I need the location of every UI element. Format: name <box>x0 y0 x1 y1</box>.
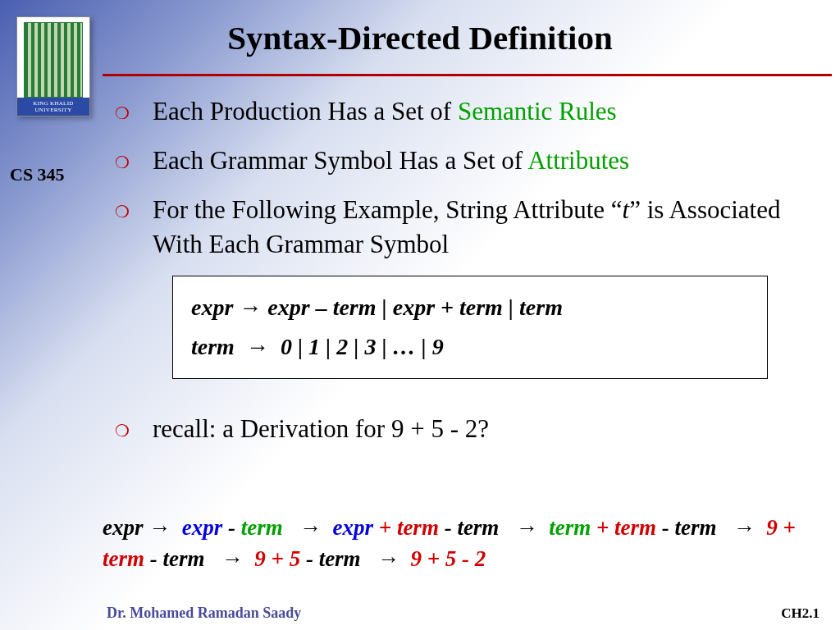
grammar-box: expr → expr – term | expr + term | term … <box>172 276 768 378</box>
bullet-4: ❍ recall: a Derivation for 9 + 5 - 2? <box>115 412 828 446</box>
bullet-text: Each Grammar Symbol Has a Set of Attribu… <box>153 144 629 178</box>
logo-text: KING KHALID UNIVERSITY <box>17 98 89 116</box>
bullet-1: ❍ Each Production Has a Set of Semantic … <box>115 94 828 129</box>
grammar-line-1: expr → expr – term | expr + term | term <box>191 288 749 327</box>
bullet-3: ❍ For the Following Example, String Attr… <box>115 193 828 262</box>
footer-page: CH2.1 <box>781 605 819 622</box>
bullet-2: ❍ Each Grammar Symbol Has a Set of Attri… <box>115 144 828 178</box>
bullet-icon: ❍ <box>115 420 130 442</box>
bullet-text: Each Production Has a Set of Semantic Ru… <box>153 94 617 129</box>
bullet-text: For the Following Example, String Attrib… <box>153 193 828 262</box>
bullet-text: recall: a Derivation for 9 + 5 - 2? <box>153 412 489 446</box>
title-underline <box>103 74 832 76</box>
content-area: ❍ Each Production Has a Set of Semantic … <box>115 94 828 460</box>
slide-title: Syntax-Directed Definition <box>0 18 840 57</box>
derivation-steps: expr → expr - term → expr + term - term … <box>103 513 824 575</box>
bullet-icon: ❍ <box>115 103 130 125</box>
bullet-icon: ❍ <box>115 152 130 174</box>
footer-author: Dr. Mohamed Ramadan Saady <box>107 605 301 622</box>
grammar-line-2: term → 0 | 1 | 2 | 3 | … | 9 <box>191 327 749 367</box>
bullet-icon: ❍ <box>115 201 130 223</box>
course-code: CS 345 <box>10 164 65 185</box>
slide: KING KHALID UNIVERSITY Syntax-Directed D… <box>0 0 840 630</box>
